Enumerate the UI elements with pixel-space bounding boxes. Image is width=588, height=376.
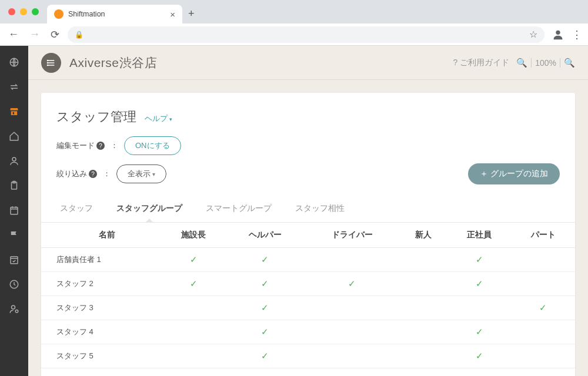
group-cell[interactable]: ✓ xyxy=(512,296,575,320)
usage-guide-link[interactable]: ? ご利用ガイド xyxy=(453,58,510,68)
group-cell[interactable] xyxy=(512,344,575,368)
reload-button[interactable]: ⟳ xyxy=(48,26,62,43)
group-cell[interactable] xyxy=(162,344,225,368)
group-cell[interactable]: ✓ xyxy=(447,344,511,368)
group-cell[interactable] xyxy=(399,248,447,272)
sidebar-item-store[interactable] xyxy=(5,102,24,121)
group-cell[interactable] xyxy=(399,272,447,296)
group-cell[interactable] xyxy=(305,368,399,377)
column-header: 正社員 xyxy=(447,223,511,248)
group-cell[interactable] xyxy=(162,320,225,344)
group-cell[interactable] xyxy=(399,320,447,344)
svg-point-9 xyxy=(12,306,15,309)
filter-dropdown[interactable]: 全表示 xyxy=(116,164,166,183)
group-cell[interactable] xyxy=(399,368,447,377)
group-cell[interactable]: ✓ xyxy=(447,368,511,377)
edit-mode-toggle-button[interactable]: ONにする xyxy=(124,136,181,155)
zoom-out-icon[interactable]: 🔍 xyxy=(516,58,527,68)
forward-button[interactable]: → xyxy=(27,26,42,43)
help-icon[interactable]: ? xyxy=(96,142,105,150)
table-row[interactable]: スタッフ 5✓✓ xyxy=(41,344,575,368)
maximize-window-icon[interactable] xyxy=(32,8,39,15)
close-tab-icon[interactable]: × xyxy=(170,9,175,19)
group-cell[interactable]: ✓ xyxy=(226,320,305,344)
group-cell[interactable]: ✓ xyxy=(162,248,225,272)
store-name: Axiverse渋谷店 xyxy=(69,55,157,71)
close-window-icon[interactable] xyxy=(8,8,15,15)
app-sidebar xyxy=(0,46,28,376)
bookmark-star-icon[interactable]: ☆ xyxy=(529,29,537,40)
profile-icon[interactable] xyxy=(550,27,566,42)
table-row[interactable]: スタッフ 3✓✓ xyxy=(41,296,575,320)
table-row[interactable]: スタッフ 4✓✓ xyxy=(41,320,575,344)
group-cell[interactable]: ✓ xyxy=(305,272,399,296)
browser-menu-icon[interactable]: ⋮ xyxy=(572,28,582,41)
check-icon: ✓ xyxy=(476,254,483,264)
group-cell[interactable] xyxy=(305,320,399,344)
group-cell[interactable]: ✓ xyxy=(447,320,511,344)
sidebar-item-globe[interactable] xyxy=(5,53,24,72)
group-cell[interactable] xyxy=(512,272,575,296)
sidebar-item-clock[interactable] xyxy=(5,275,24,294)
row-name: スタッフ 5 xyxy=(41,344,162,368)
group-cell[interactable]: ✓ xyxy=(226,248,305,272)
svg-point-3 xyxy=(12,157,16,161)
new-tab-button[interactable]: + xyxy=(188,8,195,20)
column-header: 名前 xyxy=(41,223,162,248)
sidebar-item-transfer[interactable] xyxy=(5,78,24,96)
group-cell[interactable]: ✓ xyxy=(447,248,511,272)
tab-0[interactable]: スタッフ xyxy=(56,197,96,222)
group-cell[interactable] xyxy=(399,296,447,320)
table-row[interactable]: スタッフ 6✓✓ xyxy=(41,368,575,377)
group-cell[interactable]: ✓ xyxy=(226,296,305,320)
column-header: 新人 xyxy=(399,223,447,248)
minimize-window-icon[interactable] xyxy=(20,8,27,15)
group-cell[interactable] xyxy=(399,344,447,368)
check-icon: ✓ xyxy=(539,303,547,313)
group-cell[interactable] xyxy=(512,248,575,272)
filter-label: 絞り込み ? xyxy=(56,169,97,179)
help-icon[interactable]: ? xyxy=(89,170,97,178)
group-cell[interactable]: ✓ xyxy=(447,272,511,296)
group-cell[interactable] xyxy=(305,248,399,272)
help-link[interactable]: ヘルプ xyxy=(145,114,172,124)
browser-tab-bar: Shiftmation × + xyxy=(0,0,588,24)
table-row[interactable]: 店舗責任者 1✓✓✓ xyxy=(41,248,575,272)
back-button[interactable]: ← xyxy=(6,26,21,43)
group-cell[interactable] xyxy=(162,368,225,377)
check-icon: ✓ xyxy=(476,327,483,337)
sidebar-item-calendar[interactable] xyxy=(5,201,24,220)
sidebar-item-clipboard[interactable] xyxy=(5,176,24,195)
column-header: ドライバー xyxy=(305,223,399,248)
sidebar-item-flag[interactable] xyxy=(5,226,24,244)
tab-3[interactable]: スタッフ相性 xyxy=(292,197,348,222)
sidebar-item-user[interactable] xyxy=(5,152,24,170)
group-cell[interactable] xyxy=(162,296,225,320)
group-cell[interactable] xyxy=(305,344,399,368)
zoom-in-icon[interactable]: 🔍 xyxy=(564,58,575,68)
tab-2[interactable]: スマートグループ xyxy=(202,197,275,222)
check-icon: ✓ xyxy=(190,278,198,288)
sidebar-item-user-cog[interactable] xyxy=(5,300,24,318)
group-cell[interactable]: ✓ xyxy=(226,272,305,296)
favicon-icon xyxy=(54,9,64,19)
column-header: 施設長 xyxy=(162,223,225,248)
address-bar[interactable]: 🔒 ☆ xyxy=(68,26,544,43)
group-cell[interactable] xyxy=(447,296,511,320)
table-row[interactable]: スタッフ 2✓✓✓✓ xyxy=(41,272,575,296)
sidebar-item-home[interactable] xyxy=(5,127,24,146)
add-group-button[interactable]: ＋ グループの追加 xyxy=(468,163,560,184)
group-cell[interactable] xyxy=(512,368,575,377)
group-cell[interactable] xyxy=(305,296,399,320)
sidebar-item-calendar-check[interactable] xyxy=(5,250,24,269)
group-cell[interactable]: ✓ xyxy=(226,368,305,377)
staff-group-table: 名前施設長ヘルパードライバー新人正社員パート 店舗責任者 1✓✓✓スタッフ 2✓… xyxy=(41,223,575,376)
tab-1[interactable]: スタッフグループ xyxy=(113,197,186,222)
tab-title: Shiftmation xyxy=(68,10,170,18)
group-cell[interactable] xyxy=(512,320,575,344)
group-cell[interactable]: ✓ xyxy=(162,272,225,296)
row-name: スタッフ 3 xyxy=(41,296,162,320)
browser-tab[interactable]: Shiftmation × xyxy=(47,5,182,24)
group-cell[interactable]: ✓ xyxy=(226,344,305,368)
menu-toggle-button[interactable] xyxy=(41,53,61,73)
